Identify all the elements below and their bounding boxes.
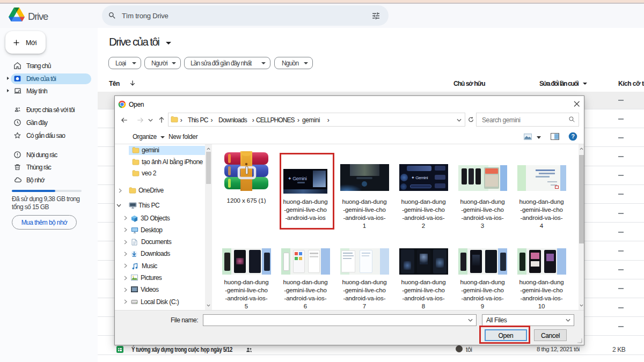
svg-text:?: ? (571, 133, 574, 139)
